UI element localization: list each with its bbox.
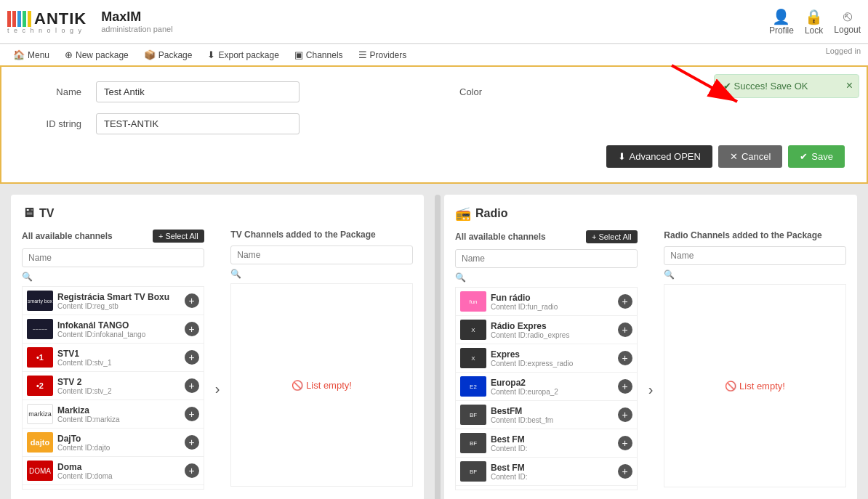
radio-select-all-button[interactable]: + Select All <box>586 230 638 243</box>
nav-export-package[interactable]: ⬇Export package <box>201 46 284 63</box>
radio-added-label: Radio Channels added to the Package <box>664 230 821 240</box>
add-channel-button[interactable]: + <box>185 322 199 336</box>
tv-available-label: All available channels <box>22 231 113 241</box>
radio-channel-item[interactable]: BF Best FM Content ID: + <box>456 458 637 486</box>
name-input[interactable] <box>96 81 300 102</box>
cancel-button[interactable]: ✕ Cancel <box>718 145 782 168</box>
tv-select-all-button[interactable]: + Select All <box>153 230 204 243</box>
add-channel-button[interactable]: + <box>185 293 199 308</box>
radio-channel-item[interactable]: BF BestFM Content ID:best_fm + <box>456 401 637 429</box>
tv-added-search-input[interactable] <box>230 246 413 264</box>
radio-divider-arrow[interactable]: › <box>645 288 657 490</box>
radio-added-list: 🚫 List empty! <box>664 284 846 487</box>
channel-id: Content ID: <box>491 445 614 453</box>
radio-panel-title: 📻 Radio <box>455 206 846 222</box>
nav-channels[interactable]: ▣Channels <box>289 46 349 63</box>
add-channel-button[interactable]: + <box>618 407 632 422</box>
tv-divider-arrow[interactable]: › <box>212 288 224 490</box>
add-channel-button[interactable]: + <box>185 407 199 421</box>
save-button[interactable]: ✔ Save <box>788 145 845 168</box>
channels-icon: ▣ <box>294 49 303 60</box>
add-channel-button[interactable]: + <box>618 436 632 450</box>
nav-channels-label: Channels <box>306 50 343 60</box>
radio-added-search-icon: 🔍 <box>664 269 846 280</box>
radio-panel-inner: All available channels + Select All 🔍 fu… <box>455 230 846 490</box>
channel-info: Europa2 Content ID:europa_2 <box>491 378 614 396</box>
add-channel-button[interactable]: + <box>618 322 632 337</box>
channel-info: Rádio Expres Content ID:radio_expres <box>491 321 614 339</box>
channel-name: Europa2 <box>491 378 614 388</box>
name-label: Name <box>23 86 81 97</box>
radio-channel-item[interactable]: E2 Europa2 Content ID:europa_2 + <box>456 373 637 401</box>
tv-channel-item[interactable]: markiza Markiza Content ID:markiza + <box>23 400 204 429</box>
profile-button[interactable]: 👤 Profile <box>769 8 794 36</box>
advanced-button[interactable]: ⬇ Advanced OPEN <box>606 145 712 168</box>
channel-info: Registrácia Smart TV Boxu Content ID:reg… <box>57 292 180 310</box>
radio-channel-item[interactable]: BF BestFM Content ID:bestfm_kosice + <box>456 486 637 490</box>
add-channel-button[interactable]: + <box>185 435 199 450</box>
profile-label: Profile <box>769 25 794 36</box>
tv-added-search-icon: 🔍 <box>230 269 413 279</box>
add-channel-button[interactable]: + <box>185 350 199 365</box>
success-toast: ✔ Succes! Save OK × <box>714 74 859 98</box>
radio-channel-item[interactable]: BF Best FM Content ID: + <box>456 429 637 458</box>
stripe-yellow <box>28 11 31 27</box>
channel-name: Rádio Expres <box>491 321 614 331</box>
app-title-area: MaxIM administration panel <box>101 9 172 33</box>
tv-panel-title: 🖥 TV <box>22 206 413 221</box>
nav-providers[interactable]: ☰Providers <box>353 46 413 63</box>
tv-search-input[interactable] <box>22 248 204 267</box>
id-string-row: ID string <box>23 113 845 134</box>
channel-logo: •1 <box>27 347 53 368</box>
nav-menu[interactable]: 🏠Menu <box>7 46 55 63</box>
add-channel-button[interactable]: + <box>618 379 632 394</box>
tv-channel-item[interactable]: dajto DajTo Content ID:dajto + <box>23 429 204 457</box>
tv-channel-item[interactable]: •2 STV 2 Content ID:stv_2 + <box>23 372 204 400</box>
radio-search-input[interactable] <box>455 249 638 268</box>
advanced-label: Advanced OPEN <box>630 151 701 162</box>
radio-available-header: All available channels + Select All <box>455 230 638 243</box>
channel-id: Content ID:fun_radio <box>491 303 614 311</box>
tv-channel-list[interactable]: smarty box Registrácia Smart TV Boxu Con… <box>22 286 204 490</box>
channel-name: Markiza <box>57 405 180 415</box>
tv-empty-message: 🚫 List empty! <box>231 284 412 486</box>
tv-channel-item[interactable]: •1 STV1 Content ID:stv_1 + <box>23 344 204 372</box>
nav-new-package[interactable]: ⊕New package <box>59 46 134 63</box>
add-channel-button[interactable]: + <box>618 351 632 365</box>
logout-button[interactable]: ⎋ Logout <box>834 8 861 35</box>
id-string-input[interactable] <box>96 113 300 134</box>
add-channel-button[interactable]: + <box>185 463 199 478</box>
radio-added-header: Radio Channels added to the Package <box>664 230 846 240</box>
channel-name: Doma <box>57 462 180 472</box>
nav-package[interactable]: 📦Package <box>138 46 198 63</box>
radio-channel-item[interactable]: fun Fun rádio Content ID:fun_radio + <box>456 288 637 316</box>
channel-name: STV 2 <box>57 377 180 387</box>
add-channel-button[interactable]: + <box>618 294 632 309</box>
tv-channel-item[interactable]: smarty box Registrácia Smart TV Boxu Con… <box>23 287 204 315</box>
lock-button[interactable]: 🔒 Lock <box>805 8 823 36</box>
logo-area: ANTIK t e c h n o l o g y <box>7 9 87 34</box>
channel-id: Content ID:stv_1 <box>57 359 180 367</box>
channel-info: Best FM Content ID: <box>491 434 614 453</box>
tv-channel-item[interactable]: JOJ JOJ Content ID:joj + <box>23 485 204 490</box>
logo-brand: ANTIK <box>7 9 87 28</box>
channel-logo: ~~~~~ <box>27 319 53 339</box>
channel-name: Registrácia Smart TV Boxu <box>57 292 180 302</box>
channel-name: Infokanál TANGO <box>57 320 180 330</box>
add-channel-button[interactable]: + <box>185 378 199 393</box>
nav-package-label: Package <box>158 50 193 60</box>
toast-close-button[interactable]: × <box>846 79 853 92</box>
add-channel-button[interactable]: + <box>618 464 632 479</box>
radio-added-col: Radio Channels added to the Package 🔍 🚫 … <box>664 230 846 490</box>
channels-section: 🖥 TV All available channels + Select All… <box>0 184 868 499</box>
radio-available-label: All available channels <box>455 232 546 242</box>
tv-channel-item[interactable]: ~~~~~ Infokanál TANGO Content ID:infokan… <box>23 315 204 344</box>
app-subtitle: administration panel <box>101 25 172 33</box>
radio-channel-item[interactable]: X Rádio Expres Content ID:radio_expres + <box>456 316 637 344</box>
tv-channel-item[interactable]: DOMA Doma Content ID:doma + <box>23 457 204 485</box>
radio-added-search-input[interactable] <box>664 246 846 265</box>
radio-channel-list[interactable]: fun Fun rádio Content ID:fun_radio + X R… <box>455 287 638 490</box>
nav-bar: 🏠Menu ⊕New package 📦Package ⬇Export pack… <box>0 44 868 65</box>
radio-channel-item[interactable]: X Expres Content ID:express_radio + <box>456 344 637 373</box>
channel-id: Content ID: <box>491 473 614 481</box>
